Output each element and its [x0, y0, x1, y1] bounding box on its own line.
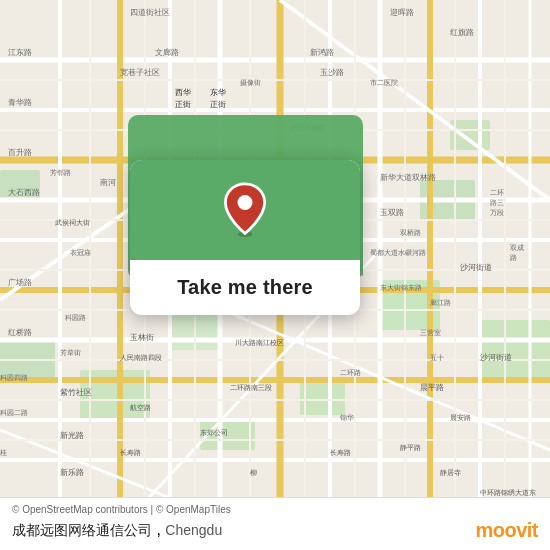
moovit-logo-text: moovit	[475, 519, 538, 541]
location-separator: ,	[156, 521, 165, 538]
svg-text:广场路: 广场路	[8, 278, 32, 287]
svg-text:路: 路	[510, 254, 517, 261]
svg-text:迎晖路: 迎晖路	[390, 8, 414, 17]
svg-text:静居寺: 静居寺	[440, 469, 461, 477]
svg-text:百升路: 百升路	[8, 148, 32, 157]
svg-text:宽巷子社区: 宽巷子社区	[120, 68, 160, 77]
svg-text:红旗路: 红旗路	[450, 28, 474, 37]
location-info: 成都远图网络通信公司 , Chengdu	[12, 521, 222, 540]
svg-text:衣冠庙: 衣冠庙	[70, 249, 91, 256]
map-pin-area	[130, 160, 360, 260]
svg-text:文廊路: 文廊路	[155, 48, 179, 57]
attribution-text: © OpenStreetMap contributors | © OpenMap…	[12, 504, 538, 515]
svg-text:红桥路: 红桥路	[8, 328, 32, 337]
svg-text:玉双路: 玉双路	[380, 208, 404, 217]
svg-text:摄像街: 摄像街	[240, 79, 261, 86]
svg-text:桂: 桂	[0, 449, 7, 456]
svg-text:航空路: 航空路	[130, 404, 151, 411]
svg-text:川大路南江校区: 川大路南江校区	[235, 339, 284, 346]
svg-text:长寿路: 长寿路	[330, 449, 351, 456]
svg-text:东华: 东华	[210, 88, 226, 97]
svg-text:五十: 五十	[430, 354, 444, 361]
svg-text:南河: 南河	[100, 178, 116, 187]
location-name: 成都远图网络通信公司	[12, 522, 152, 538]
svg-text:二环: 二环	[490, 189, 504, 196]
svg-text:东郊公司: 东郊公司	[200, 429, 228, 436]
location-pin-icon	[220, 182, 270, 238]
map-container: 江东路 青华路 百升路 大石西路 广场路 红桥路 四道街社区 迎晖路 红旗路 宽…	[0, 0, 550, 550]
svg-point-123	[238, 195, 253, 210]
svg-text:静平路: 静平路	[400, 444, 421, 451]
svg-text:新光路: 新光路	[60, 431, 84, 440]
svg-text:双成: 双成	[510, 244, 524, 251]
svg-text:路三: 路三	[490, 199, 504, 206]
svg-text:三营室: 三营室	[420, 329, 441, 336]
svg-text:大石西路: 大石西路	[8, 188, 40, 197]
svg-text:市二医院: 市二医院	[370, 79, 398, 86]
svg-text:青华路: 青华路	[8, 98, 32, 107]
svg-rect-10	[480, 320, 550, 380]
svg-text:东大街锦东路: 东大街锦东路	[380, 284, 422, 291]
svg-text:西华: 西华	[175, 88, 191, 97]
take-me-there-card: Take me there	[130, 160, 360, 315]
svg-text:沙河街道: 沙河街道	[480, 353, 512, 362]
svg-text:科园路: 科园路	[65, 314, 86, 321]
svg-text:蜀都大道水碾河路: 蜀都大道水碾河路	[370, 249, 426, 256]
location-city: Chengdu	[165, 522, 222, 538]
svg-text:四道街社区: 四道街社区	[130, 8, 170, 17]
svg-text:中环路锦绣大道东: 中环路锦绣大道东	[480, 489, 536, 496]
svg-text:新鸿路: 新鸿路	[310, 48, 334, 57]
svg-text:廊江路: 廊江路	[430, 299, 451, 306]
svg-text:紫竹社区: 紫竹社区	[60, 388, 92, 397]
svg-text:科园二路: 科园二路	[0, 409, 28, 416]
svg-text:新乐路: 新乐路	[60, 468, 84, 477]
svg-text:正街: 正街	[175, 100, 191, 109]
map-pin	[221, 182, 269, 238]
svg-text:芳邻路: 芳邻路	[50, 169, 71, 176]
svg-text:科园四路: 科园四路	[0, 374, 28, 381]
svg-text:长寿路: 长寿路	[120, 449, 141, 456]
svg-text:江东路: 江东路	[8, 48, 32, 57]
svg-text:晨平路: 晨平路	[420, 383, 444, 392]
svg-text:沙河街道: 沙河街道	[460, 263, 492, 272]
location-row: 成都远图网络通信公司 , Chengdu moovit	[12, 519, 538, 542]
moovit-logo: moovit	[475, 519, 538, 542]
svg-text:玉沙路: 玉沙路	[320, 68, 344, 77]
bottom-bar: © OpenStreetMap contributors | © OpenMap…	[0, 497, 550, 550]
take-me-there-button[interactable]: Take me there	[167, 276, 323, 299]
svg-text:人民南路四段: 人民南路四段	[120, 354, 162, 362]
svg-text:新华大道双林路: 新华大道双林路	[380, 173, 436, 182]
svg-text:正街: 正街	[210, 100, 226, 109]
svg-text:武侯祠大街: 武侯祠大街	[55, 219, 90, 226]
svg-text:双桥路: 双桥路	[400, 229, 421, 236]
svg-text:柳: 柳	[250, 469, 257, 476]
svg-text:玉林街: 玉林街	[130, 333, 154, 342]
svg-text:二环路南三段: 二环路南三段	[230, 384, 272, 391]
svg-text:锦华: 锦华	[339, 414, 354, 421]
svg-text:晨安路: 晨安路	[450, 414, 471, 421]
svg-text:芳草街: 芳草街	[60, 349, 81, 356]
svg-rect-8	[300, 380, 345, 415]
svg-text:万段: 万段	[490, 209, 504, 216]
svg-text:二环路: 二环路	[340, 369, 361, 376]
